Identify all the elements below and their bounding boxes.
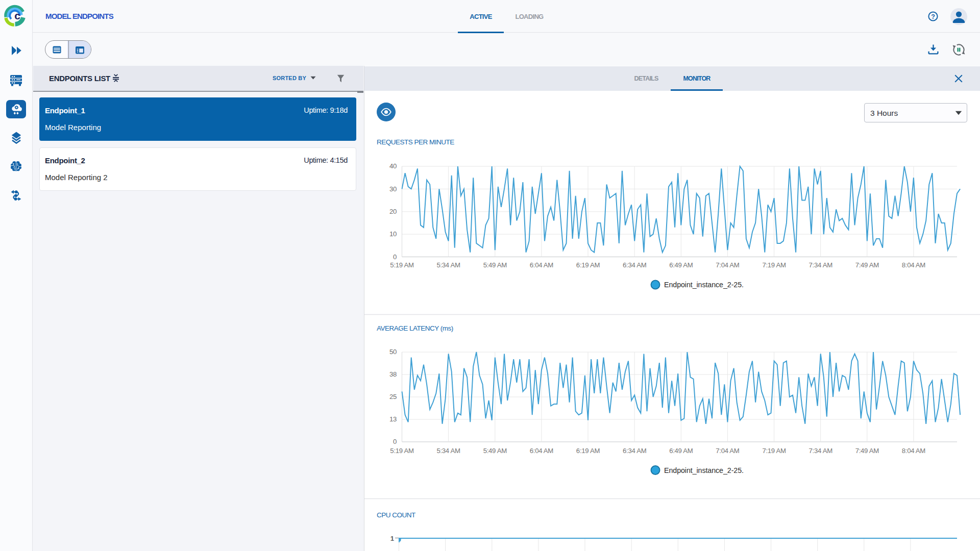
svg-text:5:49 AM: 5:49 AM: [483, 261, 507, 269]
svg-text:5:19 AM: 5:19 AM: [390, 261, 413, 269]
svg-text:5:34 AM: 5:34 AM: [436, 447, 460, 455]
svg-text:7:19 AM: 7:19 AM: [762, 261, 786, 269]
svg-text:7:04 AM: 7:04 AM: [716, 447, 739, 455]
svg-text:6:19 AM: 6:19 AM: [576, 261, 600, 269]
svg-text:8:04 AM: 8:04 AM: [902, 447, 925, 455]
svg-text:7:34 AM: 7:34 AM: [809, 261, 832, 269]
svg-text:6:04 AM: 6:04 AM: [530, 261, 553, 269]
svg-text:0: 0: [393, 438, 397, 445]
svg-text:25: 25: [389, 393, 397, 400]
svg-text:Endpoint_instance_2-25.: Endpoint_instance_2-25.: [664, 281, 744, 289]
svg-text:7:49 AM: 7:49 AM: [855, 261, 879, 269]
svg-text:7:34 AM: 7:34 AM: [809, 447, 832, 455]
svg-text:1: 1: [390, 535, 394, 542]
svg-text:?: ?: [931, 13, 935, 20]
svg-text:5:49 AM: 5:49 AM: [483, 447, 507, 455]
svg-text:30: 30: [389, 185, 397, 193]
svg-text:20: 20: [389, 208, 397, 215]
svg-text:7:04 AM: 7:04 AM: [716, 261, 739, 269]
svg-text:6:49 AM: 6:49 AM: [669, 261, 693, 269]
svg-text:50: 50: [389, 348, 397, 356]
svg-text:6:04 AM: 6:04 AM: [530, 447, 553, 455]
svg-text:6:49 AM: 6:49 AM: [669, 447, 693, 455]
svg-text:6:34 AM: 6:34 AM: [623, 261, 646, 269]
svg-text:5:34 AM: 5:34 AM: [436, 261, 460, 269]
svg-text:13: 13: [389, 415, 397, 423]
svg-text:40: 40: [389, 162, 397, 170]
svg-text:38: 38: [389, 370, 397, 378]
svg-text:7:19 AM: 7:19 AM: [762, 447, 786, 455]
svg-text:0: 0: [393, 253, 397, 261]
svg-text:7:49 AM: 7:49 AM: [855, 447, 879, 455]
svg-text:8:04 AM: 8:04 AM: [902, 261, 925, 269]
svg-text:6:34 AM: 6:34 AM: [623, 447, 646, 455]
svg-text:6:19 AM: 6:19 AM: [576, 447, 600, 455]
svg-text:5:19 AM: 5:19 AM: [390, 447, 413, 455]
svg-text:Endpoint_instance_2-25.: Endpoint_instance_2-25.: [664, 466, 744, 474]
svg-text:c: c: [14, 10, 20, 21]
svg-text:10: 10: [389, 230, 397, 238]
